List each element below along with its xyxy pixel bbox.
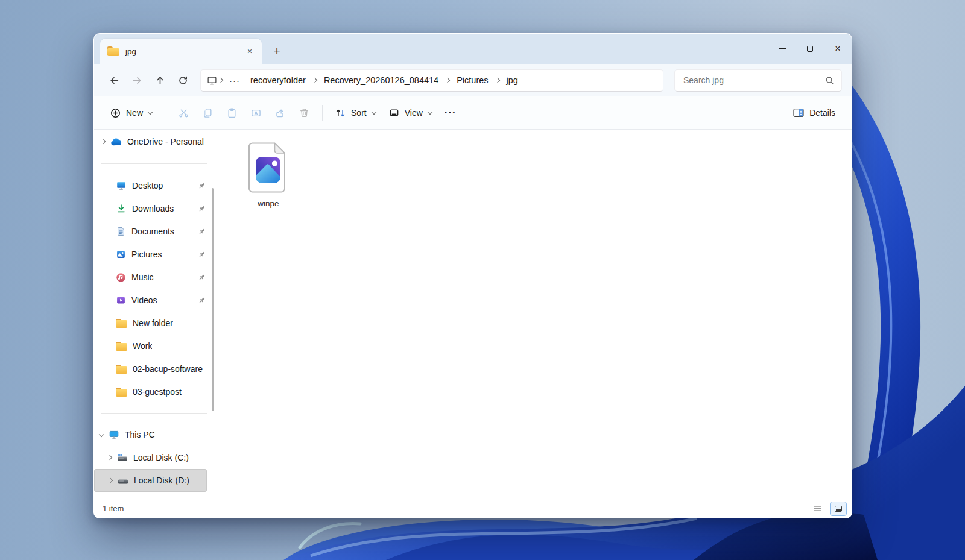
titlebar: jpg × + × [94, 34, 852, 64]
minimize-icon [779, 48, 786, 49]
sidebar-item-this-pc[interactable]: This PC [94, 423, 207, 446]
chevron-right-icon[interactable] [108, 478, 113, 483]
file-item-winpe[interactable]: winpe [241, 139, 296, 210]
maximize-button[interactable] [796, 34, 824, 64]
trash-icon [299, 108, 309, 118]
sidebar-item-label: Desktop [132, 181, 163, 190]
sidebar-item-label: 02-bacup-software [133, 364, 203, 374]
sidebar-item-drive-cd-e-clipped[interactable]: Drive CD (E:) [94, 492, 207, 499]
status-bar: 1 item [94, 499, 852, 518]
chevron-down-icon [428, 109, 432, 114]
sort-button[interactable]: Sort [329, 102, 382, 124]
breadcrumb-chevron-icon [312, 78, 317, 83]
sidebar-item-label: Local Disk (C:) [133, 453, 189, 462]
up-button[interactable] [148, 70, 171, 90]
view-toggles [809, 502, 847, 516]
breadcrumb-recoveryfolder[interactable]: recoveryfolder [245, 74, 311, 87]
sort-button-label: Sort [351, 108, 367, 118]
chevron-down-icon[interactable] [99, 432, 104, 437]
list-lines-icon [813, 505, 821, 512]
new-button[interactable]: New [104, 102, 159, 124]
see-more-button[interactable]: ··· [438, 102, 463, 124]
details-button-label: Details [809, 108, 835, 118]
sidebar-item-pictures[interactable]: Pictures [94, 243, 207, 266]
plus-circle-icon [110, 108, 121, 118]
details-button[interactable]: Details [786, 102, 842, 124]
this-pc-icon[interactable] [207, 75, 217, 86]
search-icon[interactable] [825, 76, 834, 85]
thumbnail-icon [835, 506, 842, 512]
sidebar-item-downloads[interactable]: Downloads [94, 197, 207, 220]
sidebar-item-label: 03-guestpost [133, 387, 182, 397]
file-list-area[interactable]: winpe [214, 130, 852, 499]
toolbar-divider [165, 105, 165, 121]
chevron-right-icon[interactable] [101, 139, 106, 144]
sidebar-item-documents[interactable]: Documents [94, 220, 207, 243]
sidebar-item-local-disk-d-selected[interactable]: Local Disk (D:) [94, 469, 207, 492]
sidebar-item-03-guestpost[interactable]: 03-guestpost [94, 380, 207, 403]
this-pc-monitor-icon [109, 430, 119, 439]
sidebar-item-onedrive[interactable]: OneDrive - Personal [94, 130, 207, 153]
large-thumbnails-view-toggle-button-active[interactable] [830, 502, 847, 516]
window-body: OneDrive - Personal Desktop Downloads [94, 130, 852, 499]
search-input[interactable] [682, 75, 825, 86]
sidebar-item-desktop[interactable]: Desktop [94, 174, 207, 197]
close-button[interactable]: × [824, 34, 852, 64]
sidebar-item-local-disk-c[interactable]: Local Disk (C:) [94, 446, 207, 469]
drive-icon [118, 476, 128, 485]
details-pane-icon [793, 108, 804, 118]
paste-button[interactable] [220, 102, 244, 124]
breadcrumb-overflow-button[interactable]: ··· [224, 75, 245, 86]
breadcrumb-pictures[interactable]: Pictures [451, 74, 493, 87]
sidebar-item-work[interactable]: Work [94, 335, 207, 357]
view-icon [389, 108, 399, 118]
cut-button[interactable] [171, 102, 195, 124]
music-icon [116, 272, 126, 283]
back-button[interactable] [103, 70, 125, 90]
navigation-bar: ··· recoveryfolder Recovery_20260126_084… [94, 64, 852, 96]
copy-icon [203, 108, 213, 118]
refresh-button[interactable] [171, 70, 194, 90]
forward-button[interactable] [125, 70, 148, 90]
share-icon [275, 108, 285, 118]
toolbar-divider [322, 105, 323, 121]
pin-icon [198, 182, 206, 190]
rename-button[interactable] [244, 102, 268, 124]
arrow-right-icon [132, 75, 142, 86]
share-button[interactable] [268, 102, 292, 124]
folder-icon [116, 365, 127, 374]
sidebar-item-02-bacup-software[interactable]: 02-bacup-software [94, 357, 207, 380]
copy-button[interactable] [195, 102, 220, 124]
sidebar-item-music[interactable]: Music [94, 266, 207, 289]
breadcrumb-recovery-folder[interactable]: Recovery_20260126_084414 [318, 74, 444, 87]
sidebar-item-videos[interactable]: Videos [94, 289, 207, 312]
address-bar[interactable]: ··· recoveryfolder Recovery_20260126_084… [200, 69, 663, 92]
new-tab-button[interactable]: + [267, 41, 287, 61]
details-view-toggle-button[interactable] [809, 502, 825, 515]
breadcrumb-jpg[interactable]: jpg [501, 74, 524, 87]
search-box[interactable] [674, 69, 842, 92]
pin-icon [198, 251, 206, 259]
breadcrumb-chevron-icon [218, 78, 223, 83]
chevron-down-icon [371, 109, 376, 114]
explorer-tab[interactable]: jpg × [100, 39, 262, 64]
tab-close-icon[interactable]: × [242, 44, 257, 58]
sidebar-item-label: Local Disk (D:) [134, 476, 189, 485]
view-button[interactable]: View [382, 102, 438, 124]
sidebar-item-label: Documents [131, 227, 174, 236]
chevron-right-icon[interactable] [107, 455, 112, 460]
sidebar-item-label: New folder [133, 318, 173, 328]
navigation-pane: OneDrive - Personal Desktop Downloads [94, 130, 214, 499]
close-icon: × [835, 44, 840, 54]
delete-button[interactable] [292, 102, 316, 124]
minimize-button[interactable] [768, 34, 796, 64]
sidebar-scrollbar-thumb[interactable] [212, 188, 214, 411]
videos-icon [116, 295, 126, 305]
breadcrumb-chevron-icon [445, 78, 450, 83]
cut-icon [179, 108, 189, 118]
refresh-icon [178, 75, 188, 86]
sidebar-item-label: Work [133, 341, 152, 351]
folder-icon [116, 388, 127, 397]
system-drive-icon [117, 453, 128, 462]
sidebar-item-new-folder[interactable]: New folder [94, 312, 207, 335]
